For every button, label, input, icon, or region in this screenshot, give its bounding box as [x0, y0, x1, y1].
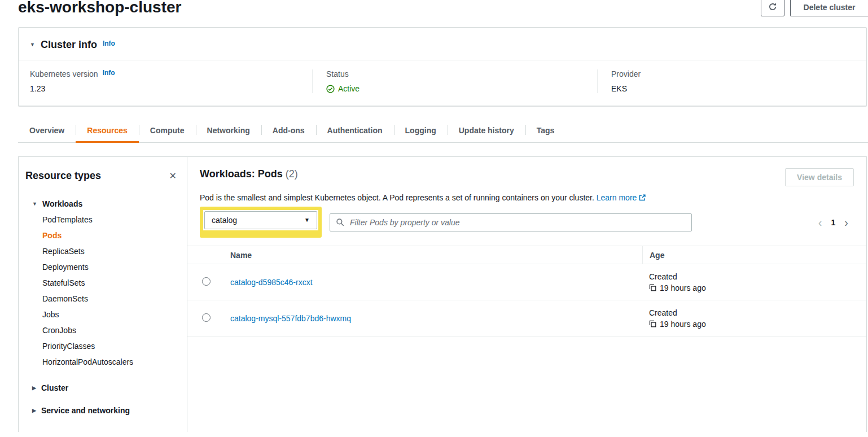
- kubernetes-version-label: Kubernetes version: [30, 69, 98, 78]
- page-header: eks-workshop-cluster Delete cluster: [0, 0, 868, 25]
- pod-name-link[interactable]: catalog-mysql-557fdb7bd6-hwxmq: [230, 314, 351, 323]
- next-page-button[interactable]: ›: [844, 217, 848, 228]
- provider-value: EKS: [611, 84, 855, 93]
- tab-add-ons[interactable]: Add-ons: [261, 120, 316, 142]
- caret-right-icon: ▶: [32, 408, 36, 413]
- sidebar-item-cronjobs[interactable]: CronJobs: [42, 322, 180, 338]
- status-value: Active: [338, 84, 360, 93]
- header-actions: Delete cluster: [761, 0, 868, 16]
- table-row: catalog-d5985c46-rxcxt Created 19 hours …: [187, 264, 866, 300]
- status-check-icon: [326, 85, 335, 93]
- copy-icon[interactable]: [649, 284, 656, 291]
- namespace-filter-dropdown[interactable]: catalog ▼: [204, 211, 317, 229]
- row-select-radio[interactable]: [202, 277, 211, 286]
- view-details-button[interactable]: View details: [785, 168, 854, 186]
- status-label: Status: [326, 69, 349, 78]
- kubernetes-version-field: Kubernetes version Info 1.23: [30, 69, 312, 93]
- search-icon: [336, 218, 344, 226]
- status-field: Status Active: [312, 69, 597, 93]
- sidebar-item-pods[interactable]: Pods: [42, 228, 180, 243]
- sidebar-item-statefulsets[interactable]: StatefulSets: [42, 275, 180, 291]
- sidebar-item-replicasets[interactable]: ReplicaSets: [42, 243, 180, 259]
- external-link-icon: [639, 193, 646, 202]
- tab-authentication[interactable]: Authentication: [316, 120, 394, 142]
- pods-search-box: [330, 213, 692, 231]
- workloads-section-label: Workloads: [42, 199, 82, 208]
- cluster-section-label: Cluster: [41, 383, 68, 392]
- cluster-info-header[interactable]: ▼ Cluster info Info: [19, 28, 866, 60]
- table-header-row: Name Age: [187, 246, 866, 264]
- resource-types-sidebar: Resource types ✕ ▼ Workloads PodTemplate…: [19, 157, 187, 432]
- sidebar-item-deployments[interactable]: Deployments: [42, 259, 180, 275]
- refresh-icon: [768, 2, 777, 13]
- current-page-number[interactable]: 1: [831, 218, 836, 227]
- pagination: ‹ 1 ›: [818, 217, 854, 228]
- sidebar-item-jobs[interactable]: Jobs: [42, 307, 180, 322]
- pods-description-text: Pod is the smallest and simplest Kuberne…: [200, 193, 594, 202]
- cluster-info-title: Cluster info: [41, 39, 97, 51]
- row-select-radio[interactable]: [202, 313, 211, 322]
- pods-description: Pod is the smallest and simplest Kuberne…: [200, 193, 854, 202]
- cluster-title: eks-workshop-cluster: [18, 0, 181, 18]
- tab-update-history[interactable]: Update history: [448, 120, 525, 142]
- tab-tags[interactable]: Tags: [525, 120, 566, 142]
- age-value: 19 hours ago: [660, 283, 706, 292]
- kubernetes-version-value: 1.23: [30, 84, 312, 93]
- pods-filter-input[interactable]: [349, 217, 686, 228]
- close-sidebar-button[interactable]: ✕: [166, 169, 180, 182]
- resources-panels: Resource types ✕ ▼ Workloads PodTemplate…: [18, 156, 867, 432]
- provider-field: Provider EKS: [597, 69, 855, 93]
- age-value: 19 hours ago: [660, 320, 706, 329]
- filter-row: catalog ▼ ‹ 1 ›: [200, 207, 854, 238]
- tab-overview[interactable]: Overview: [18, 120, 76, 142]
- created-label: Created: [649, 308, 866, 317]
- namespace-filter-value: catalog: [212, 216, 237, 225]
- sidebar-item-podtemplates[interactable]: PodTemplates: [42, 212, 180, 228]
- pods-title-text: Workloads: Pods: [200, 168, 283, 180]
- pods-count: (2): [286, 168, 298, 180]
- age-cell: Created 19 hours ago: [642, 308, 866, 329]
- caret-down-icon: ▼: [30, 42, 35, 47]
- cluster-info-body: Kubernetes version Info 1.23 Status Acti…: [19, 60, 866, 106]
- sidebar-section-service-networking[interactable]: ▶ Service and networking: [25, 406, 180, 415]
- resource-types-title: Resource types: [25, 170, 101, 182]
- tab-compute[interactable]: Compute: [139, 120, 196, 142]
- pods-panel: Workloads: Pods (2) View details Pod is …: [187, 157, 866, 432]
- provider-label: Provider: [611, 69, 641, 78]
- learn-more-text: Learn more: [597, 193, 637, 202]
- sidebar-section-cluster[interactable]: ▶ Cluster: [25, 383, 180, 392]
- caret-down-icon: ▼: [32, 202, 37, 207]
- workloads-items: PodTemplates Pods ReplicaSets Deployment…: [25, 212, 180, 370]
- age-column-header: Age: [642, 246, 866, 264]
- created-label: Created: [649, 272, 866, 281]
- delete-cluster-button[interactable]: Delete cluster: [790, 0, 868, 16]
- sidebar-item-priorityclasses[interactable]: PriorityClasses: [42, 338, 180, 354]
- tab-networking[interactable]: Networking: [196, 120, 261, 142]
- sidebar-section-workloads[interactable]: ▼ Workloads: [25, 199, 180, 208]
- table-row: catalog-mysql-557fdb7bd6-hwxmq Created 1…: [187, 300, 866, 337]
- copy-icon[interactable]: [649, 320, 656, 327]
- close-icon: ✕: [169, 171, 177, 181]
- cluster-tabs: Overview Resources Compute Networking Ad…: [18, 120, 868, 143]
- previous-page-button[interactable]: ‹: [818, 217, 822, 228]
- chevron-down-icon: ▼: [304, 217, 310, 223]
- caret-right-icon: ▶: [32, 386, 36, 391]
- namespace-filter-highlight: catalog ▼: [200, 207, 322, 238]
- tab-logging[interactable]: Logging: [394, 120, 448, 142]
- refresh-button[interactable]: [761, 0, 784, 16]
- learn-more-link[interactable]: Learn more: [597, 193, 646, 202]
- kubernetes-version-info-link[interactable]: Info: [103, 69, 115, 77]
- sidebar-item-horizontalpodautoscalers[interactable]: HorizontalPodAutoscalers: [42, 354, 180, 370]
- tab-resources[interactable]: Resources: [76, 120, 139, 142]
- cluster-info-info-link[interactable]: Info: [103, 40, 115, 47]
- cluster-info-card: ▼ Cluster info Info Kubernetes version I…: [18, 27, 867, 106]
- pod-name-link[interactable]: catalog-d5985c46-rxcxt: [230, 278, 313, 287]
- age-cell: Created 19 hours ago: [642, 272, 866, 292]
- sidebar-item-daemonsets[interactable]: DaemonSets: [42, 291, 180, 307]
- pods-panel-title: Workloads: Pods (2): [200, 168, 298, 180]
- service-networking-section-label: Service and networking: [41, 406, 130, 415]
- pods-table: Name Age catalog-d5985c46-rxcxt Created: [187, 246, 866, 337]
- name-column-header: Name: [230, 251, 642, 260]
